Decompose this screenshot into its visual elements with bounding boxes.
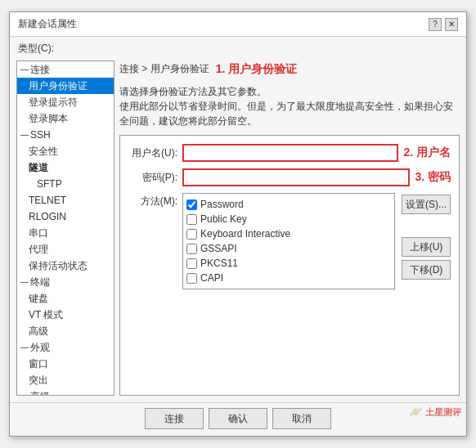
- sidebar-item[interactable]: 登录脚本: [17, 110, 114, 127]
- method-label-text: Public Key: [200, 212, 247, 226]
- sidebar-item[interactable]: 代理: [17, 241, 114, 258]
- method-row: 方法(M): PasswordPublic KeyKeyboard Intera…: [128, 193, 451, 289]
- sidebar-item[interactable]: 突出: [17, 372, 114, 388]
- sidebar[interactable]: —连接用户身份验证登录提示符登录脚本—SSH安全性隧道SFTPTELNETRLO…: [16, 60, 115, 396]
- dialog-title: 新建会话属性: [18, 17, 77, 31]
- page-heading: 1. 用户身份验证: [216, 62, 298, 77]
- method-label-text: Password: [200, 197, 244, 212]
- cancel-button[interactable]: 取消: [272, 408, 331, 429]
- method-label-text: PKCS11: [200, 256, 238, 271]
- form-area: 用户名(U): 2. 用户名 密码(P): 3. 密码 方法(M): Passw…: [119, 135, 460, 396]
- right-panel: 连接 > 用户身份验证 1. 用户身份验证 请选择身份验证方法及其它参数。 使用…: [119, 60, 460, 396]
- setup-button[interactable]: 设置(S)...: [402, 195, 451, 214]
- username-label: 用户名(U):: [128, 146, 177, 160]
- sidebar-item[interactable]: TELNET: [17, 192, 114, 208]
- tree-arrow-icon: —: [20, 340, 29, 355]
- tree-arrow-icon: —: [20, 275, 29, 289]
- sidebar-item[interactable]: RLOGIN: [17, 208, 114, 225]
- sidebar-item[interactable]: VT 模式: [17, 307, 114, 323]
- method-label-text: CAPI: [200, 271, 223, 285]
- password-label: 密码(P):: [128, 171, 177, 185]
- method-item-capi[interactable]: CAPI: [186, 271, 391, 285]
- tree-arrow-icon: —: [20, 389, 29, 396]
- sidebar-item[interactable]: —连接: [17, 61, 114, 78]
- password-row: 密码(P): 3. 密码: [128, 168, 451, 186]
- move-up-button[interactable]: 上移(U): [402, 237, 451, 257]
- sidebar-item[interactable]: —SSH: [17, 127, 114, 143]
- method-item-keyboard-interactive[interactable]: Keyboard Interactive: [186, 226, 391, 241]
- sidebar-item[interactable]: SFTP: [17, 176, 114, 192]
- heading-row: 连接 > 用户身份验证 1. 用户身份验证: [119, 60, 460, 78]
- sidebar-item[interactable]: 窗口: [17, 356, 114, 372]
- close-button[interactable]: ✕: [445, 18, 458, 31]
- sidebar-item[interactable]: 保持活动状态: [17, 258, 114, 274]
- connect-button[interactable]: 连接: [145, 408, 204, 429]
- title-bar: 新建会话属性 ? ✕: [10, 12, 466, 37]
- username-annotation: 2. 用户名: [403, 146, 451, 160]
- method-item-pkcs11[interactable]: PKCS11: [186, 256, 391, 271]
- method-label-text: GSSAPI: [200, 241, 237, 256]
- tree-arrow-icon: —: [20, 128, 29, 142]
- method-checkbox-capi[interactable]: [186, 273, 197, 284]
- method-checkbox-public-key[interactable]: [186, 214, 197, 225]
- watermark: 🪐 土星测评: [409, 405, 461, 419]
- sidebar-item[interactable]: 隧道: [17, 159, 114, 176]
- category-label: 类型(C):: [10, 37, 466, 57]
- sidebar-item[interactable]: 高级: [17, 323, 114, 339]
- sidebar-item[interactable]: 登录提示符: [17, 94, 114, 110]
- breadcrumb: 连接 > 用户身份验证: [119, 60, 209, 78]
- help-button[interactable]: ?: [429, 18, 442, 31]
- method-checkbox-pkcs11[interactable]: [186, 258, 197, 269]
- method-item-gssapi[interactable]: GSSAPI: [186, 241, 391, 256]
- sidebar-item[interactable]: —终端: [17, 274, 114, 290]
- description: 请选择身份验证方法及其它参数。 使用此部分以节省登录时间。但是，为了最大限度地提…: [119, 83, 460, 130]
- method-area: PasswordPublic KeyKeyboard InteractiveGS…: [182, 193, 451, 289]
- method-checkbox-keyboard-interactive[interactable]: [186, 229, 197, 240]
- title-bar-buttons: ? ✕: [429, 18, 458, 31]
- sidebar-item[interactable]: 键盘: [17, 290, 114, 307]
- username-input[interactable]: [182, 144, 398, 162]
- username-row: 用户名(U): 2. 用户名: [128, 144, 451, 162]
- sidebar-item[interactable]: 串口: [17, 225, 114, 241]
- bottom-buttons: 连接 确认 取消: [10, 402, 466, 436]
- tree-arrow-icon: —: [20, 62, 29, 77]
- main-area: —连接用户身份验证登录提示符登录脚本—SSH安全性隧道SFTPTELNETRLO…: [10, 57, 466, 402]
- password-annotation: 3. 密码: [415, 170, 451, 185]
- method-label-text: Keyboard Interactive: [200, 226, 290, 241]
- sidebar-item[interactable]: —外观: [17, 339, 114, 356]
- method-item-password[interactable]: Password: [186, 197, 391, 212]
- move-down-button[interactable]: 下移(D): [402, 260, 451, 280]
- ok-button[interactable]: 确认: [209, 408, 267, 429]
- method-label: 方法(M):: [128, 193, 177, 208]
- password-input[interactable]: [182, 168, 410, 186]
- method-checkbox-gssapi[interactable]: [186, 244, 197, 254]
- sidebar-item-selected[interactable]: 用户身份验证: [17, 78, 114, 94]
- method-buttons: 设置(S)... 上移(U) 下移(D): [402, 195, 451, 280]
- sidebar-item[interactable]: 安全性: [17, 143, 114, 159]
- method-checkbox-password[interactable]: [186, 199, 197, 210]
- method-item-public-key[interactable]: Public Key: [186, 212, 391, 226]
- sidebar-item[interactable]: —高级: [17, 388, 114, 396]
- method-list: PasswordPublic KeyKeyboard InteractiveGS…: [182, 193, 395, 289]
- main-dialog: 新建会话属性 ? ✕ 类型(C): —连接用户身份验证登录提示符登录脚本—SSH…: [9, 11, 467, 437]
